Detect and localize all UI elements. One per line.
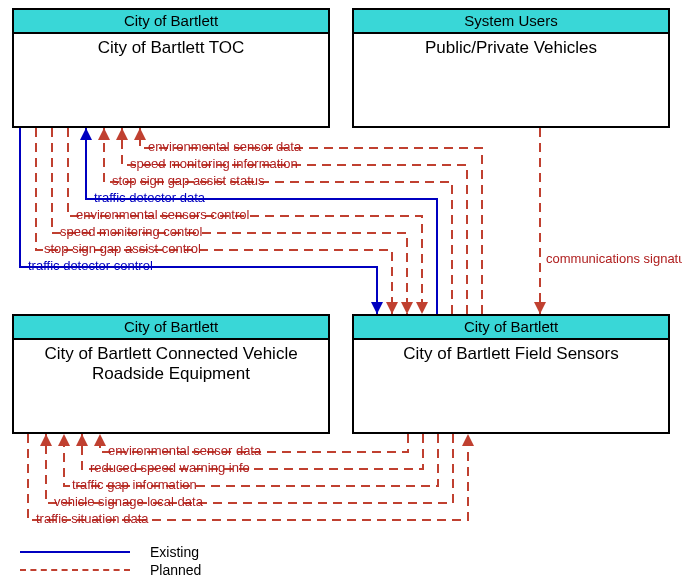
node-fs[interactable]: City of Bartlett City of Bartlett Field … bbox=[352, 314, 670, 434]
node-fs-header: City of Bartlett bbox=[354, 316, 668, 340]
node-cvre-header: City of Bartlett bbox=[14, 316, 328, 340]
flow-stop-gap-status: stop sign gap assist status bbox=[112, 174, 264, 188]
flow-traffic-gap-info: traffic gap information bbox=[72, 478, 197, 492]
flow-traffic-situation: traffic situation data bbox=[36, 512, 149, 526]
flow-veh-signage-local: vehicle signage local data bbox=[54, 495, 203, 509]
legend-planned: Planned bbox=[20, 562, 201, 578]
flow-env-sensors-ctrl: environmental sensors control bbox=[76, 208, 249, 222]
flow-comm-sig: communications signature bbox=[546, 252, 682, 266]
legend-planned-line bbox=[20, 569, 130, 571]
node-fs-body: City of Bartlett Field Sensors bbox=[354, 340, 668, 368]
node-users-body: Public/Private Vehicles bbox=[354, 34, 668, 62]
legend-existing: Existing bbox=[20, 544, 201, 560]
flow-reduced-speed-warn: reduced speed warning info bbox=[90, 461, 250, 475]
flow-stop-gap-ctrl: stop sign gap assist control bbox=[44, 242, 201, 256]
legend: Existing Planned bbox=[20, 542, 201, 578]
node-toc-body: City of Bartlett TOC bbox=[14, 34, 328, 62]
flow-traffic-det-data: traffic detector data bbox=[94, 191, 205, 205]
flow-speed-mon-info: speed monitoring information bbox=[130, 157, 298, 171]
node-toc[interactable]: City of Bartlett City of Bartlett TOC bbox=[12, 8, 330, 128]
legend-existing-line bbox=[20, 551, 130, 553]
legend-planned-label: Planned bbox=[150, 562, 201, 578]
node-users-header: System Users bbox=[354, 10, 668, 34]
diagram-canvas: { "nodes": { "toc": { "header": "City of… bbox=[0, 0, 682, 584]
node-users[interactable]: System Users Public/Private Vehicles bbox=[352, 8, 670, 128]
node-cvre[interactable]: City of Bartlett City of Bartlett Connec… bbox=[12, 314, 330, 434]
flow-traffic-det-ctrl: traffic detector control bbox=[28, 259, 153, 273]
flow-env-sensor-data-bot: environmental sensor data bbox=[108, 444, 261, 458]
flow-env-sensor-data-top: environmental sensor data bbox=[148, 140, 301, 154]
node-toc-header: City of Bartlett bbox=[14, 10, 328, 34]
legend-existing-label: Existing bbox=[150, 544, 199, 560]
node-cvre-body: City of Bartlett Connected Vehicle Roads… bbox=[14, 340, 328, 388]
flow-speed-mon-ctrl: speed monitoring control bbox=[60, 225, 202, 239]
